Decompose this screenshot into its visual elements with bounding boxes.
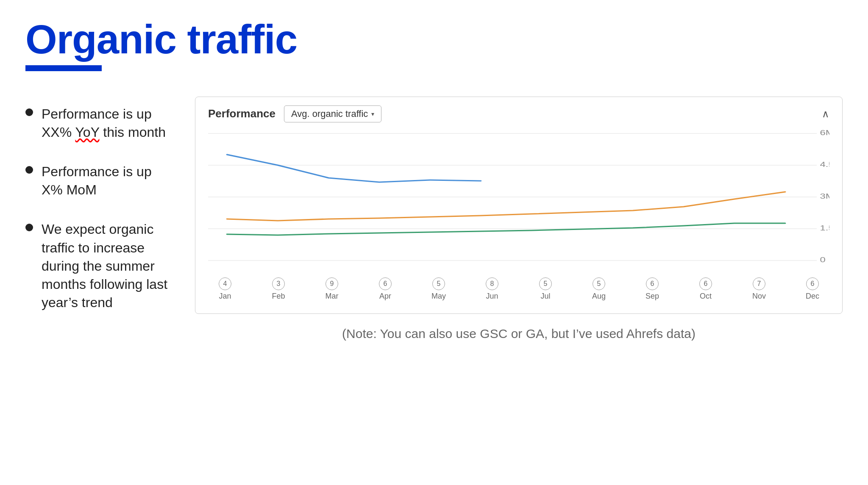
y-label-4-5m: 4.5M: [820, 161, 829, 168]
list-item: Performance is up X% MoM: [25, 163, 170, 199]
x-label-nov: 7 Nov: [746, 277, 772, 301]
content-area: Performance is up XX% YoY this month Per…: [25, 97, 843, 341]
x-label-may: 5 May: [426, 277, 451, 301]
chart-area: 6M 4.5M 3M 1.5M 0: [208, 129, 829, 273]
y-label-6m: 6M: [820, 129, 829, 136]
x-month-aug: Aug: [592, 292, 606, 301]
x-label-dec: 6 Dec: [800, 277, 825, 301]
chevron-up-icon: ∧: [822, 108, 829, 119]
x-month-mar: Mar: [326, 292, 339, 301]
x-circle-jan: 4: [219, 277, 231, 290]
x-month-nov: Nov: [752, 292, 766, 301]
chart-svg: 6M 4.5M 3M 1.5M 0: [208, 129, 829, 273]
y-label-3m: 3M: [820, 192, 829, 200]
x-circle-dec: 6: [806, 277, 819, 290]
x-month-sep: Sep: [645, 292, 659, 301]
chevron-down-icon: ▾: [371, 111, 374, 117]
x-label-sep: 6 Sep: [640, 277, 665, 301]
bullet-text-1: Performance is up XX% YoY this month: [42, 105, 170, 141]
x-month-jan: Jan: [219, 292, 231, 301]
x-circle-may: 5: [432, 277, 445, 290]
x-month-apr: Apr: [379, 292, 391, 301]
bullet-text-2: Performance is up X% MoM: [42, 163, 170, 199]
x-circle-jul: 5: [539, 277, 552, 290]
x-circle-oct: 6: [699, 277, 712, 290]
bullet-dot: [25, 166, 33, 174]
x-circle-nov: 7: [753, 277, 765, 290]
x-month-oct: Oct: [700, 292, 712, 301]
bullet-text-3: We expect organic traffic to increase du…: [42, 220, 170, 312]
x-circle-mar: 9: [326, 277, 338, 290]
chart-header-left: Performance Avg. organic traffic ▾: [208, 105, 381, 122]
page-title: Organic traffic: [25, 17, 843, 62]
x-circle-jun: 8: [486, 277, 498, 290]
bullet-dot: [25, 224, 33, 231]
x-label-jul: 5 Jul: [533, 277, 558, 301]
bullet-section: Performance is up XX% YoY this month Per…: [25, 97, 170, 333]
x-month-jul: Jul: [540, 292, 550, 301]
green-line: [227, 223, 785, 235]
x-month-dec: Dec: [806, 292, 819, 301]
note-text: (Note: You can also use GSC or GA, but I…: [195, 327, 843, 341]
x-label-apr: 6 Apr: [373, 277, 398, 301]
x-label-aug: 5 Aug: [586, 277, 612, 301]
performance-label: Performance: [208, 107, 275, 120]
collapse-button[interactable]: ∧: [822, 108, 829, 120]
x-month-may: May: [431, 292, 446, 301]
chart-header: Performance Avg. organic traffic ▾ ∧: [208, 105, 829, 122]
x-circle-sep: 6: [646, 277, 659, 290]
blue-line: [227, 155, 481, 182]
list-item: Performance is up XX% YoY this month: [25, 105, 170, 141]
chart-section: Performance Avg. organic traffic ▾ ∧: [195, 97, 843, 341]
x-circle-apr: 6: [379, 277, 392, 290]
page-container: Organic traffic Performance is up XX% Yo…: [0, 0, 868, 485]
x-month-feb: Feb: [272, 292, 285, 301]
list-item: We expect organic traffic to increase du…: [25, 220, 170, 312]
x-circle-aug: 5: [593, 277, 605, 290]
x-label-jun: 8 Jun: [479, 277, 505, 301]
y-label-0: 0: [820, 256, 826, 263]
x-label-oct: 6 Oct: [693, 277, 718, 301]
x-label-jan: 4 Jan: [212, 277, 238, 301]
x-label-feb: 3 Feb: [266, 277, 291, 301]
x-month-jun: Jun: [486, 292, 498, 301]
x-axis: 4 Jan 3 Feb 9 Mar 6 Apr: [208, 277, 829, 301]
chart-container: Performance Avg. organic traffic ▾ ∧: [195, 97, 843, 314]
title-underline: [25, 65, 102, 71]
bullet-dot: [25, 108, 33, 116]
dropdown-label: Avg. organic traffic: [291, 108, 368, 119]
title-section: Organic traffic: [25, 17, 843, 71]
avg-organic-traffic-dropdown[interactable]: Avg. organic traffic ▾: [284, 105, 381, 122]
orange-line: [227, 192, 785, 221]
x-label-mar: 9 Mar: [319, 277, 345, 301]
yoy-span: YoY: [75, 125, 99, 140]
x-circle-feb: 3: [272, 277, 285, 290]
y-label-1-5m: 1.5M: [820, 224, 829, 231]
